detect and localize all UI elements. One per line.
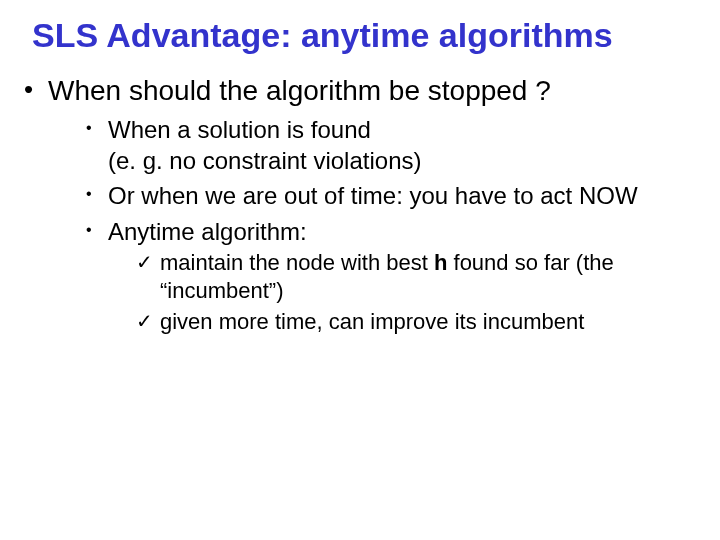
l3-item-1: ✓ maintain the node with best h found so… [136,249,708,306]
l3-item-2-text: given more time, can improve its incumbe… [160,309,584,334]
l2-item-2: Or when we are out of time: you have to … [84,180,708,211]
l1-item-1: When should the algorithm be stopped ? W… [20,73,708,337]
l2-item-3-text: Anytime algorithm: [108,218,307,245]
checkmark-icon: ✓ [136,308,153,334]
l2-item-2-text: Or when we are out of time: you have to … [108,182,638,209]
l1-item-1-text: When should the algorithm be stopped ? [48,75,551,106]
bullet-list-level2: When a solution is found (e. g. no const… [84,114,708,337]
l2-item-1-line2: (e. g. no constraint violations) [108,147,422,174]
l2-item-1: When a solution is found (e. g. no const… [84,114,708,176]
l3-item-1-pre: maintain the node with best [160,250,434,275]
l2-item-3: Anytime algorithm: ✓ maintain the node w… [84,216,708,337]
checkmark-icon: ✓ [136,249,153,275]
bullet-list-level3: ✓ maintain the node with best h found so… [136,249,708,337]
l2-item-1-line1: When a solution is found [108,116,371,143]
slide-title: SLS Advantage: anytime algorithms [32,16,708,55]
bullet-list-level1: When should the algorithm be stopped ? W… [20,73,708,337]
l3-item-1-h: h [434,250,447,275]
l3-item-2: ✓ given more time, can improve its incum… [136,308,708,337]
